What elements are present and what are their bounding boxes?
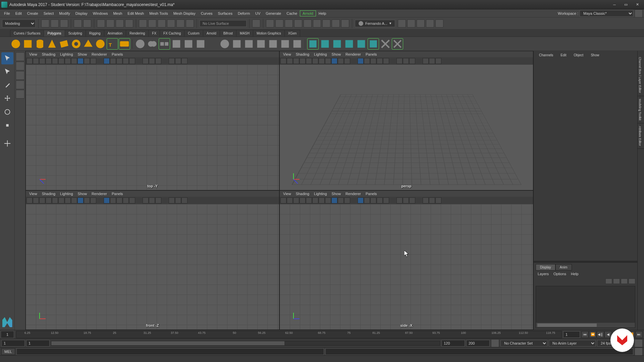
vp-shaded-icon[interactable] xyxy=(364,197,370,203)
layout-four-icon[interactable] xyxy=(16,62,24,70)
layer-move-down-icon[interactable] xyxy=(613,279,620,284)
vp-bookmark-icon[interactable] xyxy=(39,197,45,203)
step-back-button[interactable]: ◀❙ xyxy=(597,331,604,338)
viewport-persp-canvas[interactable]: persp xyxy=(280,65,533,190)
vp-image-plane-icon[interactable] xyxy=(300,197,306,203)
poly-append-icon[interactable] xyxy=(343,38,355,50)
layer-list[interactable] xyxy=(536,286,635,328)
vp-menu-lighting[interactable]: Lighting xyxy=(312,52,329,57)
vp-safe-action-icon[interactable] xyxy=(90,58,96,64)
poly-smooth-icon[interactable] xyxy=(243,38,255,50)
panel-attribute-editor-icon[interactable] xyxy=(417,19,425,27)
viewport-top-canvas[interactable]: top -Y xyxy=(26,65,279,190)
open-scene-icon[interactable] xyxy=(51,19,59,27)
layout-persp-icon[interactable] xyxy=(16,90,24,99)
vp-menu-renderer[interactable]: Renderer xyxy=(90,52,109,57)
vp-gamma-icon[interactable] xyxy=(175,58,181,64)
poly-extrude-icon[interactable] xyxy=(171,38,182,50)
vp-grease-icon[interactable] xyxy=(312,197,318,203)
vp-xray-icon[interactable] xyxy=(149,58,155,64)
shelf-tab-rigging[interactable]: Rigging xyxy=(86,30,104,37)
vp-menu-panels[interactable]: Panels xyxy=(364,191,379,196)
shelf-tab-sculpting[interactable]: Sculpting xyxy=(65,30,86,37)
snap-live-icon[interactable] xyxy=(176,19,184,27)
vp-menu-renderer[interactable]: Renderer xyxy=(90,191,109,196)
command-input[interactable] xyxy=(16,348,324,355)
poly-delete-icon[interactable] xyxy=(392,38,403,50)
menu-file[interactable]: File xyxy=(1,10,13,16)
vp-wireframe-icon[interactable] xyxy=(358,58,364,64)
vp-menu-panels[interactable]: Panels xyxy=(110,191,125,196)
poly-plane-icon[interactable] xyxy=(58,38,70,50)
snap-plane-icon[interactable] xyxy=(167,19,175,27)
go-end-button[interactable]: ⏭ xyxy=(635,331,643,338)
vp-xray-joints-icon[interactable] xyxy=(155,58,161,64)
shelf-tab-curves[interactable]: Curves / Surfaces xyxy=(10,30,44,37)
vp-menu-renderer[interactable]: Renderer xyxy=(343,52,363,57)
poly-torus-icon[interactable] xyxy=(70,38,82,50)
vp-grid-icon[interactable] xyxy=(65,197,71,203)
vp-menu-shading[interactable]: Shading xyxy=(40,191,57,196)
range-inner-start-field[interactable] xyxy=(26,340,50,347)
shelf-tab-fx[interactable]: FX xyxy=(148,30,160,37)
chbox-tab-channels[interactable]: Channels xyxy=(536,52,556,58)
range-bar[interactable] xyxy=(51,341,440,346)
bool-intersect-icon[interactable] xyxy=(331,38,343,50)
vp-lights-icon[interactable] xyxy=(377,197,383,203)
select-component-icon[interactable] xyxy=(116,19,124,27)
vp-textured-icon[interactable] xyxy=(116,58,122,64)
chbox-tab-object[interactable]: Object xyxy=(571,52,587,58)
viewport-top[interactable]: View Shading Lighting Show Renderer Pane… xyxy=(25,51,279,190)
viewport-front-canvas[interactable]: front -Z xyxy=(26,204,279,329)
vp-lights-icon[interactable] xyxy=(377,58,383,64)
vp-textured-icon[interactable] xyxy=(370,197,376,203)
shelf-tab-animation[interactable]: Animation xyxy=(104,30,126,37)
vp-gate-mask-icon[interactable] xyxy=(77,58,84,64)
poly-cube-icon[interactable] xyxy=(22,38,34,50)
menu-surfaces[interactable]: Surfaces xyxy=(215,10,235,16)
vp-grid-icon[interactable] xyxy=(319,197,325,203)
vp-aa-icon[interactable] xyxy=(181,58,187,64)
layer-tab-display[interactable]: Display xyxy=(536,264,555,270)
vp-film-gate-icon[interactable] xyxy=(71,197,77,203)
shelf-tab-xgen[interactable]: XGen xyxy=(284,30,301,37)
vp-2d-pan-icon[interactable] xyxy=(306,197,312,203)
menu-mesh[interactable]: Mesh xyxy=(110,10,125,16)
vp-xray-joints-icon[interactable] xyxy=(409,197,415,203)
vp-safe-action-icon[interactable] xyxy=(90,197,96,203)
shelf-tab-bifrost[interactable]: Bifrost xyxy=(220,30,236,37)
menu-display[interactable]: Display xyxy=(73,10,90,16)
vp-grease-icon[interactable] xyxy=(312,58,318,64)
vp-shadows-icon[interactable] xyxy=(383,197,389,203)
vp-xray-icon[interactable] xyxy=(149,197,155,203)
vp-menu-lighting[interactable]: Lighting xyxy=(58,52,75,57)
vp-grease-icon[interactable] xyxy=(58,58,64,64)
snap-view-icon[interactable] xyxy=(186,19,194,27)
playblast-icon[interactable] xyxy=(332,19,340,27)
vp-bookmark-icon[interactable] xyxy=(293,197,299,203)
snap-point-icon[interactable] xyxy=(158,19,166,27)
vp-aa-icon[interactable] xyxy=(435,58,441,64)
shelf-tab-custom[interactable]: Custom xyxy=(184,30,203,37)
select-object-icon[interactable] xyxy=(106,19,114,27)
current-frame-field[interactable] xyxy=(563,331,580,338)
poly-platonic-icon[interactable] xyxy=(135,38,146,50)
layer-menu-options[interactable]: Options xyxy=(551,271,568,277)
workspace-lock-icon[interactable] xyxy=(635,9,643,17)
close-button[interactable]: ✕ xyxy=(632,1,643,8)
vp-field-chart-icon[interactable] xyxy=(338,58,344,64)
layer-new-empty-icon[interactable] xyxy=(621,279,628,284)
vp-menu-show[interactable]: Show xyxy=(76,52,89,57)
menu-modify[interactable]: Modify xyxy=(56,10,72,16)
maximize-button[interactable]: ▭ xyxy=(621,1,631,8)
layer-menu-help[interactable]: Help xyxy=(569,271,581,277)
vp-wireframe-icon[interactable] xyxy=(358,197,364,203)
poly-separate-icon[interactable] xyxy=(159,38,170,50)
hypershade-icon[interactable] xyxy=(304,19,312,27)
menu-curves[interactable]: Curves xyxy=(198,10,215,16)
vp-gamma-icon[interactable] xyxy=(429,58,435,64)
vp-isolate-icon[interactable] xyxy=(396,197,402,203)
select-hierarchy-icon[interactable] xyxy=(97,19,105,27)
vp-expose-icon[interactable] xyxy=(169,58,175,64)
poly-pipe-icon[interactable] xyxy=(95,38,106,50)
